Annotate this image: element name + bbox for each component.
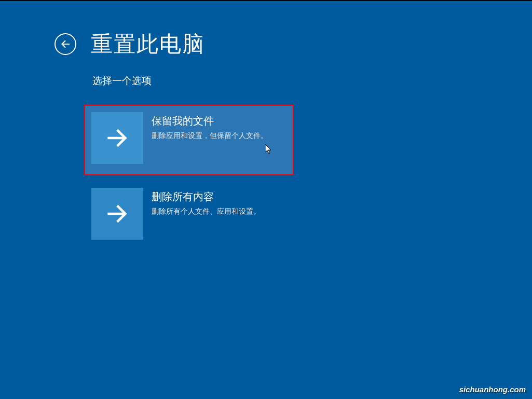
- page-title: 重置此电脑: [91, 30, 205, 59]
- option-desc: 删除应用和设置，但保留个人文件。: [152, 131, 268, 141]
- arrow-right-icon: [91, 188, 143, 240]
- option-text: 删除所有内容 删除所有个人文件、应用和设置。: [152, 188, 261, 216]
- back-button[interactable]: [54, 33, 76, 55]
- watermark: sichuanhong.com: [459, 385, 526, 394]
- page-header: 重置此电脑: [0, 1, 532, 59]
- option-desc: 删除所有个人文件、应用和设置。: [152, 207, 261, 216]
- subtitle: 选择一个选项: [92, 74, 532, 88]
- option-keep-files[interactable]: 保留我的文件 删除应用和设置，但保留个人文件。: [85, 106, 293, 174]
- arrow-left-icon: [59, 38, 72, 50]
- option-title: 删除所有内容: [152, 190, 261, 204]
- options-container: 保留我的文件 删除应用和设置，但保留个人文件。 删除所有内容 删除所有个人文件、…: [85, 106, 532, 250]
- arrow-right-icon: [91, 112, 143, 164]
- option-remove-everything[interactable]: 删除所有内容 删除所有个人文件、应用和设置。: [85, 182, 293, 250]
- option-title: 保留我的文件: [152, 114, 268, 128]
- option-text: 保留我的文件 删除应用和设置，但保留个人文件。: [152, 112, 268, 141]
